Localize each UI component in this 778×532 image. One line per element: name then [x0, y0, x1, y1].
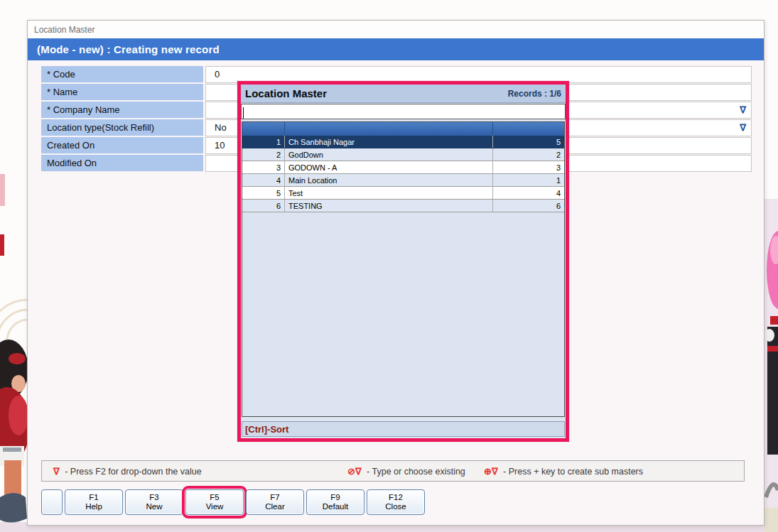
window-title-bar: Location Master — [28, 21, 764, 38]
lookup-popup-header: Location Master Records : 1/6 — [241, 85, 566, 103]
cell-code: 2 — [493, 148, 564, 161]
cell-description: TESTING — [285, 200, 493, 212]
lookup-table: 1 Ch Sanbhaji Nagar 5 2 GodDown 2 3 GODO… — [242, 121, 565, 417]
function-button[interactable]: F3 New — [125, 489, 183, 515]
window-title: Location Master — [34, 25, 94, 35]
table-row[interactable]: 6 TESTING 6 — [242, 200, 564, 212]
legend-text: - Press F2 for drop-down the value — [65, 467, 201, 477]
cell-sno: 3 — [242, 161, 285, 173]
field-label: * Code — [41, 66, 203, 83]
cell-description: GodDown — [285, 148, 493, 161]
column-header[interactable] — [285, 122, 493, 136]
function-button-label: Close — [385, 502, 406, 511]
cell-code: 6 — [493, 200, 564, 212]
cell-sno: 2 — [242, 148, 285, 161]
function-key-label: F1 — [89, 493, 98, 502]
function-button-label: Default — [323, 502, 348, 511]
field-label: * Name — [41, 84, 203, 101]
function-button-label: New — [146, 502, 162, 511]
function-key-label: F5 — [210, 493, 219, 502]
dropdown-indicator-icon[interactable]: ∇ — [740, 122, 746, 134]
function-key-label: F7 — [270, 493, 279, 502]
legend-bar: ∇ - Press F2 for drop-down the value ⊘∇ … — [41, 460, 745, 482]
function-toolbar: F1 Help F3 New F5 View F7 Clear F9 Defau… — [41, 489, 425, 515]
legend-item: ⊘∇ - Type or choose existing — [347, 466, 465, 477]
cell-sno: 5 — [242, 187, 285, 199]
legend-symbol-icon: ⊘∇ — [347, 466, 362, 477]
function-button-label: View — [206, 502, 224, 511]
cell-sno: 6 — [242, 200, 285, 212]
column-header[interactable] — [242, 122, 285, 136]
table-row[interactable]: 3 GODOWN - A 3 — [242, 161, 564, 174]
cell-description: Ch Sanbhaji Nagar — [285, 136, 493, 148]
table-row[interactable]: 4 Main Location 1 — [242, 174, 564, 187]
table-empty-area — [242, 212, 564, 416]
table-row[interactable]: 1 Ch Sanbhaji Nagar 5 — [242, 136, 564, 148]
function-key-label: F12 — [389, 493, 403, 502]
legend-item: ⊕∇ - Press + key to create sub masters — [484, 466, 643, 477]
legend-text: - Press + key to create sub masters — [503, 467, 643, 477]
function-button[interactable] — [41, 489, 63, 515]
location-master-window: Location Master (Mode - new) : Creating … — [27, 20, 765, 526]
legend-symbol-icon: ⊕∇ — [484, 466, 498, 477]
cell-sno: 4 — [242, 174, 285, 186]
function-button[interactable]: F12 Close — [367, 489, 425, 515]
cell-sno: 1 — [242, 136, 285, 148]
table-row[interactable]: 2 GodDown 2 — [242, 148, 564, 161]
field-label: Location type(Stock Refill) — [41, 119, 203, 136]
function-button-label: Clear — [265, 502, 284, 511]
cell-code: 1 — [493, 174, 564, 186]
function-button[interactable]: F7 Clear — [246, 489, 304, 515]
function-button[interactable]: F9 Default — [306, 489, 364, 515]
column-header[interactable] — [493, 122, 564, 136]
function-button[interactable]: F5 View — [185, 489, 244, 515]
legend-symbol-icon: ∇ — [53, 466, 60, 477]
field-value-text: No — [215, 122, 227, 133]
dropdown-indicator-icon[interactable]: ∇ — [740, 104, 746, 116]
legend-item: ∇ - Press F2 for drop-down the value — [53, 466, 202, 477]
screen: Location Master (Mode - new) : Creating … — [0, 0, 778, 532]
function-key-label: F9 — [330, 493, 340, 502]
lookup-popup: Location Master Records : 1/6 1 Ch Sanbh… — [237, 81, 569, 442]
records-count-badge: Records : 1/6 — [508, 89, 561, 99]
function-button[interactable]: F1 Help — [65, 489, 123, 515]
text-cursor — [243, 107, 244, 119]
function-key-label: F3 — [149, 493, 158, 502]
mode-header: (Mode - new) : Creating new record — [28, 38, 764, 60]
function-button-label: Help — [85, 502, 102, 511]
cell-description: GODOWN - A — [285, 161, 493, 173]
cell-description: Main Location — [285, 174, 493, 186]
cell-code: 3 — [493, 161, 564, 173]
legend-text: - Type or choose existing — [367, 467, 465, 477]
sort-hint: [Ctrl]-Sort — [242, 421, 565, 437]
field-label: Created On — [41, 137, 203, 154]
field-value-text: 0 — [215, 69, 220, 80]
field-value-text: 10 — [215, 140, 225, 151]
lookup-table-header-row — [242, 122, 564, 136]
cell-code: 4 — [493, 187, 564, 199]
cell-description: Test — [285, 187, 493, 199]
lookup-search-input[interactable] — [241, 104, 566, 119]
cell-code: 5 — [493, 136, 564, 148]
lookup-popup-title: Location Master — [245, 87, 327, 99]
field-label: Modified On — [41, 155, 203, 172]
table-row[interactable]: 5 Test 4 — [242, 187, 564, 200]
field-label: * Company Name — [41, 102, 203, 119]
